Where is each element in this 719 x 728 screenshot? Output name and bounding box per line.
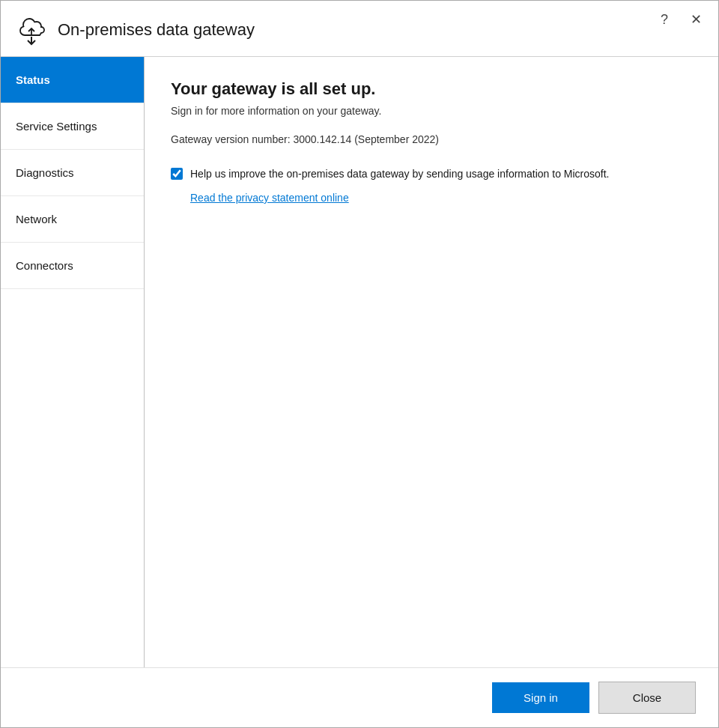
main-content: Your gateway is all set up. Sign in for … [145,57,718,667]
content-area: Status Service Settings Diagnostics Netw… [1,57,718,667]
sidebar-item-status[interactable]: Status [1,57,144,103]
usage-checkbox-label[interactable]: Help us improve the on-premises data gat… [190,166,610,182]
close-window-button[interactable]: ✕ [686,11,706,28]
sidebar-item-service-settings[interactable]: Service Settings [1,103,144,150]
window-controls: ? ✕ [656,11,706,28]
window-title: On-premises data gateway [58,20,703,40]
sidebar: Status Service Settings Diagnostics Netw… [1,57,145,667]
signin-button[interactable]: Sign in [492,682,589,713]
sidebar-item-diagnostics[interactable]: Diagnostics [1,150,144,196]
usage-checkbox[interactable] [171,168,183,180]
sidebar-item-network[interactable]: Network [1,196,144,243]
title-bar: On-premises data gateway ? ✕ [1,1,718,57]
privacy-link[interactable]: Read the privacy statement online [190,192,692,204]
status-subtitle: Sign in for more information on your gat… [171,105,692,117]
usage-info-section: Help us improve the on-premises data gat… [171,166,692,183]
help-button[interactable]: ? [656,11,673,28]
status-title: Your gateway is all set up. [171,79,692,99]
app-icon [16,14,47,46]
close-button[interactable]: Close [598,682,696,714]
usage-checkbox-wrapper [171,168,183,183]
app-window: On-premises data gateway ? ✕ Status Serv… [0,0,719,728]
version-info: Gateway version number: 3000.142.14 (Sep… [171,133,692,145]
sidebar-item-connectors[interactable]: Connectors [1,243,144,289]
footer: Sign in Close [1,667,718,727]
